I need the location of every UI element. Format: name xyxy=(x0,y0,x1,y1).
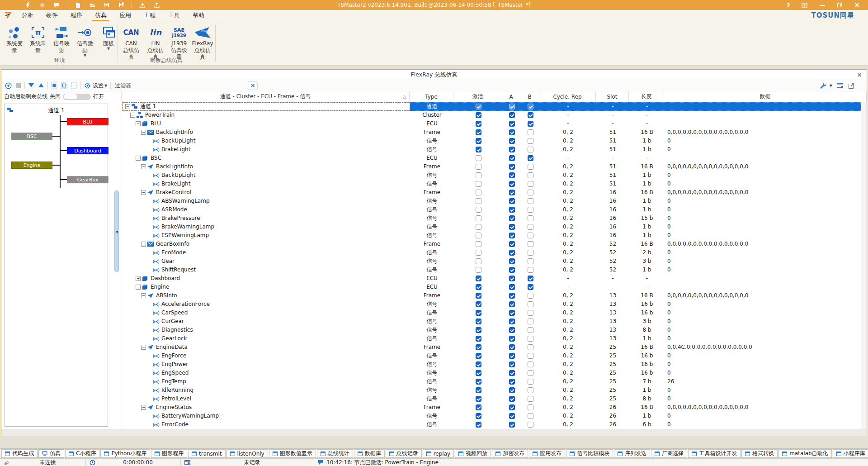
topology-node-BSC[interactable]: BSC xyxy=(11,133,52,140)
checkbox-channel-b-unchecked[interactable] xyxy=(528,422,533,428)
checkbox-activate-checked[interactable] xyxy=(476,129,481,135)
tree-row-Dashboard[interactable]: +DashboardECU--- xyxy=(122,274,861,283)
tree-row-Gear[interactable]: Gear信号0, 2523 b0 xyxy=(122,257,861,266)
taskbar-tab-总线统计[interactable]: 总线统计 xyxy=(317,449,353,458)
checkbox-channel-b-unchecked[interactable] xyxy=(528,404,533,410)
collapse-expander[interactable]: − xyxy=(141,242,146,247)
checkbox-channel-b-checked[interactable] xyxy=(528,121,533,127)
column-header-1[interactable]: Type xyxy=(410,91,453,102)
tree-row-EcoMode[interactable]: EcoMode信号0, 2522 b0 xyxy=(122,248,861,257)
panel-close-icon[interactable]: × xyxy=(857,71,862,78)
checkbox-channel-a-checked[interactable] xyxy=(509,258,515,264)
checkbox-activate-checked[interactable] xyxy=(476,121,481,127)
checkbox-activate-unchecked[interactable] xyxy=(476,181,481,187)
checkbox-channel-a-checked[interactable] xyxy=(509,164,515,170)
taskbar-tab-仿真[interactable]: 仿真 xyxy=(38,449,64,458)
checkbox-activate-unchecked[interactable] xyxy=(476,215,481,221)
checkbox-channel-a-checked[interactable] xyxy=(509,147,515,152)
tree-row-EngTemp[interactable]: EngTemp信号0, 2257 b26 xyxy=(122,377,861,386)
start-icon[interactable] xyxy=(3,81,13,90)
checkbox-activate-unchecked[interactable] xyxy=(476,172,481,178)
checkbox-activate-unchecked[interactable] xyxy=(476,164,481,170)
checkbox-activate-unchecked[interactable] xyxy=(476,155,481,161)
tree-row-EngSpeed[interactable]: EngSpeed信号0, 22516 b0 xyxy=(122,369,861,377)
column-header-8[interactable]: 数据 xyxy=(664,91,867,102)
checkbox-channel-a-checked[interactable] xyxy=(509,207,515,213)
checkbox-activate-unchecked[interactable] xyxy=(476,224,481,230)
checkbox-channel-b-checked[interactable] xyxy=(528,104,533,109)
tree-row-EngineStatus[interactable]: −EngineStatusFrame0, 22616 B0,0,0,0,0,0,… xyxy=(122,403,861,412)
tree-row-BackUpLight[interactable]: BackUpLight信号0, 2511 b0 xyxy=(122,137,861,145)
checkbox-channel-b-unchecked[interactable] xyxy=(528,379,533,385)
collapse-expander[interactable]: − xyxy=(141,293,146,298)
tree-row-ESPWarningLamp[interactable]: ESPWarningLamp信号0, 2161 b0 xyxy=(122,231,861,240)
tree-row-BrakePressure[interactable]: BrakePressure信号0, 21615 b0 xyxy=(122,214,861,223)
checkbox-activate-unchecked[interactable] xyxy=(476,207,481,213)
checkbox-channel-b-unchecked[interactable] xyxy=(528,241,533,247)
taskbar-tab-序列发送[interactable]: 序列发送 xyxy=(614,449,650,458)
checkbox-channel-b-unchecked[interactable] xyxy=(528,319,533,324)
tree-row-BackUpLight[interactable]: BackUpLight信号0, 2511 b0 xyxy=(122,171,861,180)
checkbox-channel-a-checked[interactable] xyxy=(509,353,515,359)
checkbox-activate-unchecked[interactable] xyxy=(476,190,481,195)
taskbar-tab-厂商选择[interactable]: 厂商选择 xyxy=(651,449,687,458)
checkbox-channel-a-checked[interactable] xyxy=(509,361,515,367)
checkbox-activate-checked[interactable] xyxy=(476,147,481,152)
export-top-icon[interactable] xyxy=(153,1,161,9)
splitter-collapse-handle[interactable]: ◀ xyxy=(114,190,119,272)
checkbox-channel-b-unchecked[interactable] xyxy=(528,215,533,221)
tree-row-ASRMode[interactable]: ASRMode信号0, 2161 b0 xyxy=(122,205,861,214)
tree-row-BrakeLight[interactable]: BrakeLight信号0, 2511 b0 xyxy=(122,145,861,154)
tree-row-PowerTrain[interactable]: −PowerTrainCluster--- xyxy=(122,111,861,119)
checkbox-activate-checked[interactable] xyxy=(476,396,481,402)
ribbon-button-系统变量[interactable]: 系统变量 xyxy=(3,24,26,55)
collapse-expander[interactable]: − xyxy=(136,285,141,290)
menu-item-程序[interactable]: 程序 xyxy=(64,10,89,21)
checkbox-channel-a-checked[interactable] xyxy=(509,370,515,376)
checkbox-activate-checked[interactable] xyxy=(476,413,481,419)
checkbox-channel-b-checked[interactable] xyxy=(528,284,533,290)
column-header-0[interactable]: 通道 - Cluster - ECU - Frame - 信号△ xyxy=(122,91,410,102)
checkbox-channel-b-unchecked[interactable] xyxy=(528,301,533,307)
tree-row-AccelerationForce[interactable]: AccelerationForce信号0, 21316 b0 xyxy=(122,300,861,309)
tree-row-IdleRunning[interactable]: IdleRunning信号0, 2251 b0 xyxy=(122,386,861,395)
help-button[interactable]: ? xyxy=(787,2,790,9)
move-up-icon[interactable] xyxy=(36,81,46,90)
checkbox-channel-b-unchecked[interactable] xyxy=(528,267,533,273)
checkbox-channel-b-unchecked[interactable] xyxy=(528,198,533,204)
taskbar-tab-工具箱设计开发[interactable]: 工具箱设计开发 xyxy=(688,449,741,458)
checkbox-channel-b-unchecked[interactable] xyxy=(528,336,533,342)
minimize-button[interactable]: — xyxy=(819,2,825,9)
checkbox-activate-checked[interactable] xyxy=(476,353,481,359)
checkbox-channel-a-checked[interactable] xyxy=(509,327,515,333)
checkbox-channel-a-checked[interactable] xyxy=(509,293,515,299)
tree-row-Diagnostics[interactable]: Diagnostics信号0, 2138 b0 xyxy=(122,326,861,334)
ribbon-button-信号激励[interactable]: 信号激励▼ xyxy=(73,24,97,58)
checkbox-channel-b-checked[interactable] xyxy=(528,276,533,281)
tree-row-GearLock[interactable]: GearLock信号0, 2131 b0 xyxy=(122,334,861,343)
topology-node-Dashboard[interactable]: Dashboard xyxy=(67,147,108,154)
checkbox-activate-checked[interactable] xyxy=(476,336,481,342)
tree-row-EngineData[interactable]: −EngineDataFrame0, 22516 B0,0,4C,0,0,0,0… xyxy=(122,343,861,352)
checkbox-activate-unchecked[interactable] xyxy=(476,258,481,264)
checkbox-channel-a-checked[interactable] xyxy=(509,379,515,385)
checkbox-channel-b-unchecked[interactable] xyxy=(528,310,533,316)
collapse-expander[interactable]: − xyxy=(141,164,146,169)
checkbox-channel-b-unchecked[interactable] xyxy=(528,233,533,238)
column-header-4[interactable]: B xyxy=(520,91,539,102)
checkbox-channel-a-checked[interactable] xyxy=(509,284,515,290)
taskbar-tab-replay[interactable]: replay xyxy=(423,449,454,458)
taskbar-tab-图形数值显示[interactable]: 图形数值显示 xyxy=(269,449,316,458)
export-icon[interactable] xyxy=(847,81,857,90)
column-header-5[interactable]: Cycle, Rep xyxy=(539,91,596,102)
checkbox-channel-b-unchecked[interactable] xyxy=(528,129,533,135)
taskbar-tab-图形程序[interactable]: 图形程序 xyxy=(151,449,187,458)
gear-icon[interactable] xyxy=(82,81,92,90)
checkbox-activate-checked[interactable] xyxy=(476,387,481,393)
checkbox-channel-b-unchecked[interactable] xyxy=(528,250,533,256)
tree-row-BrakeControl[interactable]: −BrakeControlFrame0, 21616 B0,0,0,0,0,0,… xyxy=(122,188,861,197)
bolt-icon[interactable] xyxy=(24,1,32,9)
collapse-expander[interactable]: − xyxy=(136,121,141,126)
taskbar-tab-matalab自动化[interactable]: matalab自动化 xyxy=(778,449,831,458)
taskbar-tab-总线记录[interactable]: 总线记录 xyxy=(386,449,422,458)
